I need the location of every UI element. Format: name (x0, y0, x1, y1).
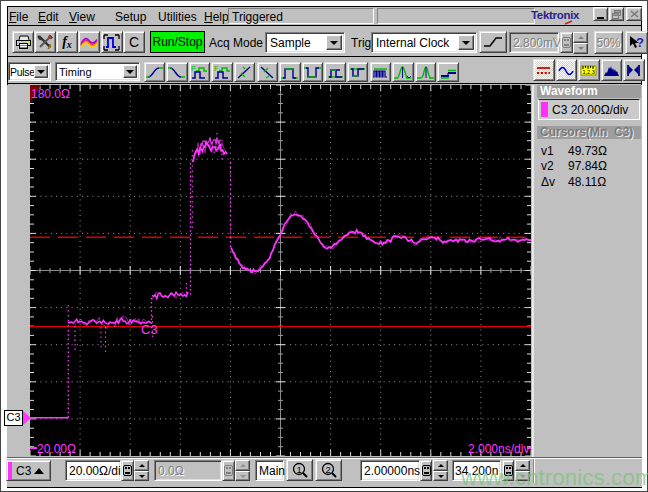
svg-text:2: 2 (325, 464, 330, 475)
svg-text:1: 1 (296, 464, 301, 475)
svg-text:C3: C3 (141, 322, 158, 337)
svg-text:1,2,3: 1,2,3 (583, 69, 595, 75)
svg-text:F: F (214, 65, 218, 72)
svg-text:P: P (191, 65, 196, 72)
svg-text:?: ? (636, 35, 644, 50)
